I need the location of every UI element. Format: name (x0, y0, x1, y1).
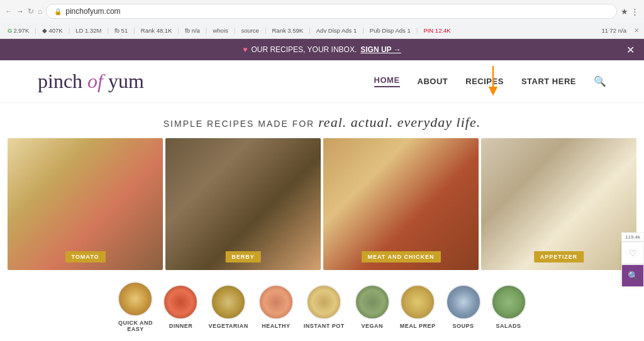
category-vegetarian[interactable]: VEGETARIAN (208, 284, 248, 329)
heart-icon: ♥ (243, 45, 247, 54)
bookmark-icon[interactable]: ★ (621, 7, 628, 16)
site-nav: HOME ABOUT RECIPES START HERE 🔍 (374, 75, 606, 87)
ext-source[interactable]: source (238, 26, 262, 35)
category-soups[interactable]: SOUPS (446, 284, 481, 329)
site-header: pinch of yum HOME ABOUT RECIPES START HE… (0, 60, 644, 103)
category-circle-vegan (355, 284, 390, 320)
nav-recipes[interactable]: RECIPES (465, 77, 504, 86)
category-meal-prep[interactable]: MEAL PREP (400, 284, 436, 329)
logo-pinch: pinch (38, 70, 82, 92)
extensions-bar: G 2.97K | ◆ 407K | LD 1.32M | fb 51 | Ra… (0, 23, 644, 39)
ext-right: 11 72 n/a (601, 27, 626, 34)
ext-adv[interactable]: Adv Disp Ads 1 (314, 26, 359, 35)
featured-images-row: TOMATO BERBY MEAT AND CHICKEN APPETIZER (6, 138, 638, 270)
nav-home[interactable]: HOME (374, 75, 400, 87)
ext-rank2[interactable]: Rank 3.59K (270, 26, 306, 35)
url-text: pinchofyum.com (65, 7, 120, 16)
nav-forward[interactable]: → (16, 7, 24, 16)
logo-of: of (82, 70, 108, 92)
logo-yum: yum (108, 70, 144, 92)
featured-item-chicken[interactable]: MEAT AND CHICKEN (323, 138, 479, 270)
category-circle-salads (491, 284, 526, 320)
categories-row: QUICK ANDEASY DINNER VEGETARIAN HEALTHY … (0, 270, 644, 338)
category-label-meal: MEAL PREP (400, 323, 436, 329)
category-circle-healthy (258, 284, 294, 320)
ext-pub[interactable]: Pub Disp Ads 1 (367, 26, 413, 35)
ext-diamond[interactable]: ◆ 407K (40, 26, 65, 35)
nav-refresh[interactable]: ↻ (28, 7, 34, 16)
lock-icon: 🔒 (54, 8, 62, 15)
category-quick-easy[interactable]: QUICK ANDEASY (118, 281, 153, 332)
banner-text: OUR RECIPES, YOUR INBOX. (251, 45, 357, 54)
browser-toolbar: ← → ↻ ⌂ 🔒 pinchofyum.com ★ ⋮ (0, 0, 644, 23)
ext-ld[interactable]: LD 1.32M (73, 26, 104, 35)
website-content: pinch of yum HOME ABOUT RECIPES START HE… (0, 60, 644, 341)
featured-item-tomato[interactable]: TOMATO (8, 138, 163, 270)
settings-icon[interactable]: ⋮ (631, 7, 639, 16)
category-label-dinner: DINNER (169, 323, 193, 329)
ext-rank1[interactable]: Rank 48.1K (138, 26, 175, 35)
category-circle-dinner (163, 284, 198, 320)
category-label-healthy: HEALTHY (262, 323, 290, 329)
side-count: 119.4k (621, 232, 644, 242)
category-circle-veg (211, 284, 246, 320)
notification-banner: ♥ OUR RECIPES, YOUR INBOX. SIGN UP → ✕ (0, 39, 644, 60)
browser-actions: ★ ⋮ (621, 7, 639, 16)
category-label-quick: QUICK ANDEASY (118, 320, 153, 332)
featured-item-berby[interactable]: BERBY (165, 138, 321, 270)
ext-fb2[interactable]: fb n/a (182, 26, 203, 35)
banner-close-button[interactable]: ✕ (626, 44, 635, 56)
url-bar[interactable]: 🔒 pinchofyum.com (46, 4, 617, 19)
search-icon[interactable]: 🔍 (594, 75, 606, 87)
nav-start-here[interactable]: START HERE (521, 77, 576, 86)
category-circle-meal (400, 284, 435, 320)
category-instant-pot[interactable]: INSTANT POT (304, 284, 345, 329)
category-label-vegan: VEGAN (361, 323, 383, 329)
category-healthy[interactable]: HEALTHY (258, 284, 294, 329)
hero-tagline: SIMPLE RECIPES MADE FOR real. actual. ev… (0, 103, 644, 138)
site-logo[interactable]: pinch of yum (38, 70, 144, 93)
ext-whois[interactable]: whois (210, 26, 230, 35)
featured-label-chicken: MEAT AND CHICKEN (362, 251, 441, 263)
category-vegan[interactable]: VEGAN (355, 284, 390, 329)
nav-back[interactable]: ← (5, 7, 13, 16)
ext-close[interactable]: ✕ (634, 27, 639, 34)
tagline-prefix: SIMPLE RECIPES MADE FOR (164, 119, 314, 129)
heart-side-button[interactable]: ♡ (621, 242, 644, 264)
category-label-veg: VEGETARIAN (208, 323, 248, 329)
nav-about[interactable]: ABOUT (418, 77, 448, 86)
category-circle-soups (446, 284, 481, 320)
category-salads[interactable]: SALADS (491, 284, 526, 329)
featured-label-berby: BERBY (225, 251, 261, 263)
category-circle-quick (118, 281, 153, 317)
category-circle-instant (306, 284, 341, 320)
category-label-instant: INSTANT POT (304, 323, 345, 329)
ext-pin[interactable]: PIN 12.4K (421, 26, 453, 35)
featured-label-appetizer: APPETIZER (534, 251, 584, 263)
ext-fb[interactable]: fb 51 (112, 26, 130, 35)
search-side-button[interactable]: 🔍 (621, 264, 644, 287)
browser-chrome: ← → ↻ ⌂ 🔒 pinchofyum.com ★ ⋮ G 2.97K | ◆… (0, 0, 644, 39)
banner-cta[interactable]: SIGN UP → (360, 45, 401, 54)
ext-g[interactable]: G 2.97K (5, 26, 31, 35)
category-dinner[interactable]: DINNER (163, 284, 198, 329)
featured-item-appetizer[interactable]: APPETIZER (481, 138, 636, 270)
nav-home[interactable]: ⌂ (38, 7, 42, 16)
side-buttons: 119.4k ♡ 🔍 (621, 232, 644, 287)
category-label-soups: SOUPS (453, 323, 474, 329)
search-row: 🔍 or + VIEW ALL RECIPES (0, 338, 644, 341)
category-label-salads: SALADS (496, 323, 521, 329)
tagline-cursive: real. actual. everyday life. (318, 114, 480, 130)
featured-label-tomato: TOMATO (65, 251, 106, 263)
